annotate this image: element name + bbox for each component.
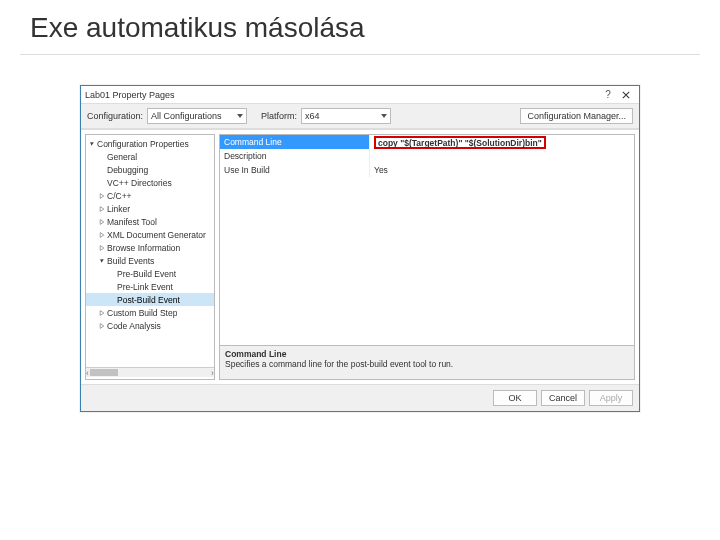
property-row[interactable]: Command Linecopy "$(TargetPath)" "$(Solu… xyxy=(220,135,634,149)
property-pages-dialog: Lab01 Property Pages ? Configuration: Al… xyxy=(80,85,640,412)
property-value[interactable]: copy "$(TargetPath)" "$(SolutionDir)bin" xyxy=(370,135,634,149)
tree-item-label: Custom Build Step xyxy=(107,308,177,318)
platform-dropdown[interactable]: x64 xyxy=(301,108,391,124)
property-grid[interactable]: Command Linecopy "$(TargetPath)" "$(Solu… xyxy=(219,134,635,346)
tree-item[interactable]: Pre-Link Event xyxy=(86,280,214,293)
collapse-icon[interactable] xyxy=(98,257,105,264)
tree-item-label: XML Document Generator xyxy=(107,230,206,240)
tree-item-label: Linker xyxy=(107,204,130,214)
configuration-label: Configuration: xyxy=(87,111,143,121)
tree-item[interactable]: Configuration Properties xyxy=(86,137,214,150)
tree-item[interactable]: Linker xyxy=(86,202,214,215)
tree-item[interactable]: Manifest Tool xyxy=(86,215,214,228)
expand-icon[interactable] xyxy=(98,309,105,316)
expand-icon[interactable] xyxy=(98,192,105,199)
tree-spacer xyxy=(98,166,105,173)
tree-item-label: Debugging xyxy=(107,165,148,175)
tree-item[interactable]: Build Events xyxy=(86,254,214,267)
tree-item-label: VC++ Directories xyxy=(107,178,172,188)
expand-icon[interactable] xyxy=(98,322,105,329)
property-row[interactable]: Use In BuildYes xyxy=(220,163,634,177)
tree-item-label: Manifest Tool xyxy=(107,217,157,227)
tree-item[interactable]: XML Document Generator xyxy=(86,228,214,241)
property-row[interactable]: Description xyxy=(220,149,634,163)
title-divider xyxy=(20,54,700,55)
tree-spacer xyxy=(108,296,115,303)
expand-icon[interactable] xyxy=(98,205,105,212)
scrollbar-thumb[interactable] xyxy=(90,369,118,376)
tree-item[interactable]: Custom Build Step xyxy=(86,306,214,319)
dialog-title: Lab01 Property Pages xyxy=(85,90,599,100)
slide-title: Exe automatikus másolása xyxy=(30,12,700,44)
tree-spacer xyxy=(108,270,115,277)
dialog-content: Configuration PropertiesGeneralDebugging… xyxy=(81,129,639,384)
highlighted-value: copy "$(TargetPath)" "$(SolutionDir)bin" xyxy=(374,136,546,149)
platform-label: Platform: xyxy=(261,111,297,121)
chevron-down-icon xyxy=(237,114,243,118)
description-text: Specifies a command line for the post-bu… xyxy=(225,359,629,369)
property-value[interactable] xyxy=(370,149,634,163)
tree-item[interactable]: C/C++ xyxy=(86,189,214,202)
tree-item[interactable]: Debugging xyxy=(86,163,214,176)
tree-item[interactable]: Code Analysis xyxy=(86,319,214,332)
tree-item-label: Pre-Build Event xyxy=(117,269,176,279)
dialog-toolbar: Configuration: All Configurations Platfo… xyxy=(81,104,639,129)
property-name: Use In Build xyxy=(220,163,370,177)
property-name: Command Line xyxy=(220,135,370,149)
ok-button[interactable]: OK xyxy=(493,390,537,406)
tree-item-label: General xyxy=(107,152,137,162)
help-icon[interactable]: ? xyxy=(599,87,617,103)
property-value[interactable]: Yes xyxy=(370,163,634,177)
tree-item-label: Pre-Link Event xyxy=(117,282,173,292)
tree-spacer xyxy=(98,179,105,186)
tree-spacer xyxy=(98,153,105,160)
tree-item[interactable]: General xyxy=(86,150,214,163)
apply-button[interactable]: Apply xyxy=(589,390,633,406)
property-main: Command Linecopy "$(TargetPath)" "$(Solu… xyxy=(219,134,635,380)
tree-item[interactable]: Pre-Build Event xyxy=(86,267,214,280)
tree-spacer xyxy=(108,283,115,290)
chevron-down-icon xyxy=(381,114,387,118)
tree-item-label: Post-Build Event xyxy=(117,295,180,305)
expand-icon[interactable] xyxy=(98,218,105,225)
dialog-titlebar: Lab01 Property Pages ? xyxy=(81,86,639,104)
tree-item[interactable]: VC++ Directories xyxy=(86,176,214,189)
dialog-footer: OK Cancel Apply xyxy=(81,384,639,411)
tree-item-label: Build Events xyxy=(107,256,154,266)
tree-item[interactable]: Post-Build Event xyxy=(86,293,214,306)
expand-icon[interactable] xyxy=(98,244,105,251)
tree-item-label: Code Analysis xyxy=(107,321,161,331)
expand-icon[interactable] xyxy=(98,231,105,238)
tree-item[interactable]: Browse Information xyxy=(86,241,214,254)
tree-horizontal-scrollbar[interactable]: ‹ › xyxy=(86,367,214,377)
platform-value: x64 xyxy=(305,111,320,121)
configuration-value: All Configurations xyxy=(151,111,222,121)
collapse-icon[interactable] xyxy=(88,140,95,147)
close-icon[interactable] xyxy=(617,87,635,103)
description-pane: Command Line Specifies a command line fo… xyxy=(219,346,635,380)
description-name: Command Line xyxy=(225,349,629,359)
configuration-dropdown[interactable]: All Configurations xyxy=(147,108,247,124)
navigation-tree[interactable]: Configuration PropertiesGeneralDebugging… xyxy=(85,134,215,380)
tree-item-label: Browse Information xyxy=(107,243,180,253)
cancel-button[interactable]: Cancel xyxy=(541,390,585,406)
tree-item-label: Configuration Properties xyxy=(97,139,189,149)
configuration-manager-button[interactable]: Configuration Manager... xyxy=(520,108,633,124)
property-name: Description xyxy=(220,149,370,163)
tree-item-label: C/C++ xyxy=(107,191,132,201)
